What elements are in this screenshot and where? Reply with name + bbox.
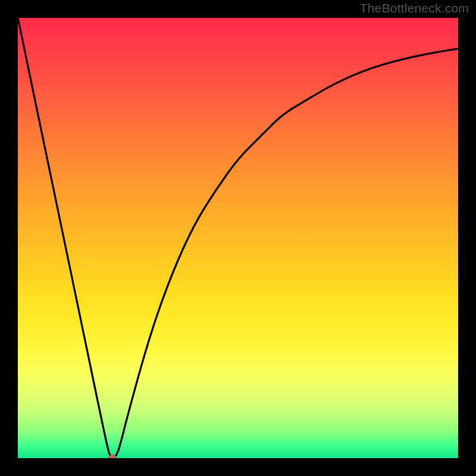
bottleneck-curve <box>18 18 458 458</box>
chart-frame: TheBottleneck.com <box>0 0 476 476</box>
watermark-text: TheBottleneck.com <box>360 1 469 15</box>
plot-area <box>18 18 458 458</box>
optimal-point-marker <box>108 455 117 458</box>
